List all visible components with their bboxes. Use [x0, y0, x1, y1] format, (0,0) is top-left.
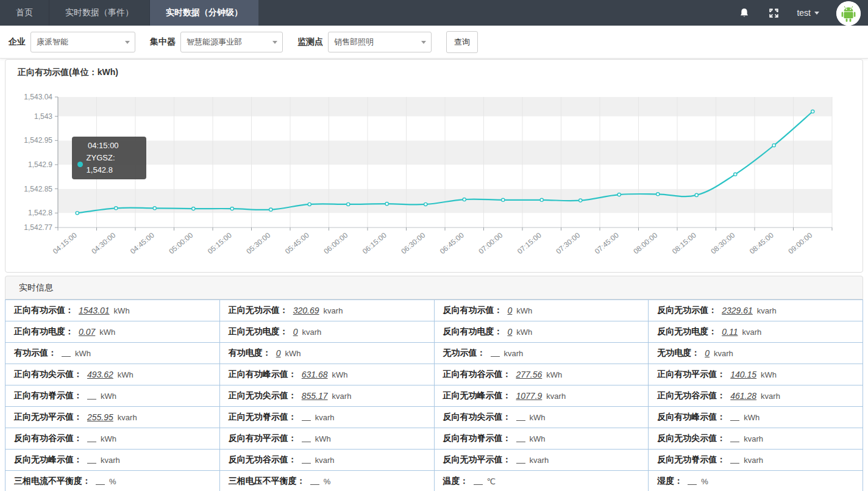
cell-unit: kWh [101, 434, 116, 443]
android-avatar[interactable] [836, 1, 861, 26]
cell-label: 反向有功电度： [443, 326, 503, 337]
cell-value: 631.68 [302, 370, 328, 379]
cell-value: 0.11 [722, 327, 738, 337]
cell-label: 正向有功谷示值： [443, 369, 511, 380]
x-tick-label: 06:45:00 [438, 231, 466, 256]
cell-label: 正向无功谷示值： [657, 390, 725, 401]
cell-unit: kvarh [504, 349, 524, 358]
cell-unit: kvarh [101, 456, 120, 465]
cell-unit: kWh [761, 370, 777, 379]
cell-value-empty [516, 414, 525, 421]
cell-label: 正向无功示值： [229, 305, 288, 316]
cell-value-empty [688, 478, 697, 485]
cell-unit: kvarh [332, 392, 352, 401]
realtime-cell: 反向有功脊示值：kWh [435, 428, 649, 449]
realtime-cell: 正向有功示值：1543.01kWh [5, 300, 220, 321]
realtime-cell: 正向有功尖示值：493.62kWh [5, 364, 220, 385]
cell-unit: kvarh [744, 434, 763, 443]
cell-label: 无功电度： [657, 348, 700, 359]
fullscreen-icon[interactable] [767, 7, 780, 19]
user-menu[interactable]: test [797, 8, 819, 18]
cell-value-empty [730, 414, 739, 421]
realtime-cell: 反向有功电度：0kWh [435, 321, 649, 342]
cell-value: 2329.61 [722, 306, 753, 315]
caret-down-icon [272, 41, 277, 44]
cell-unit: kWh [516, 306, 532, 315]
cell-value: 320.69 [293, 306, 319, 315]
y-tick-label: 1,542.85 [24, 185, 52, 193]
data-point [811, 110, 814, 113]
x-tick-label: 05:45:00 [283, 231, 311, 256]
data-point [502, 198, 505, 201]
cell-unit: kvarh [530, 456, 549, 465]
cell-value: 1543.01 [79, 306, 110, 315]
x-tick-label: 08:00:00 [631, 231, 659, 256]
cell-unit: kWh [118, 370, 133, 379]
cell-value: 0 [508, 306, 513, 315]
cell-label: 有功示值： [14, 348, 57, 359]
realtime-table-row: 正向有功脊示值：kWh正向无功尖示值：855.17kvarh正向无功峰示值：10… [5, 385, 863, 407]
cell-unit: kWh [114, 306, 130, 315]
bell-icon[interactable] [738, 7, 750, 19]
cell-value: 255.95 [87, 412, 113, 422]
cell-unit: kWh [516, 328, 532, 337]
realtime-cell: 反向无功谷示值：kvarh [220, 450, 435, 470]
data-point [115, 207, 118, 210]
realtime-cell: 反向无功平示值：kvarh [435, 450, 649, 470]
realtime-cell: 温度：℃ [435, 471, 649, 491]
cell-value-empty [302, 457, 311, 464]
realtime-cell: 正向无功平示值：255.95kvarh [5, 407, 220, 428]
cell-unit: % [109, 477, 116, 486]
cell-value-empty [87, 457, 96, 464]
realtime-cell: 有功电度：0kWh [220, 343, 435, 364]
enterprise-select[interactable]: 康派智能 [30, 32, 135, 52]
cell-label: 反向有功脊示值： [443, 433, 511, 444]
data-point [772, 144, 775, 147]
cell-label: 正向有功示值： [14, 305, 74, 316]
nav-tab-realtime-minute[interactable]: 实时数据（分钟级） [150, 0, 258, 26]
nav-tab-realtime-event[interactable]: 实时数据（事件） [49, 0, 150, 26]
data-point [230, 207, 233, 210]
cell-value: 1077.9 [516, 391, 542, 401]
cell-label: 正向有功电度： [14, 326, 74, 337]
x-tick-label: 07:15:00 [516, 231, 543, 256]
y-tick-label: 1,543 [34, 112, 52, 121]
cell-unit: kvarh [757, 306, 777, 315]
data-point [269, 208, 272, 211]
realtime-table-row: 正向有功电度：0.07kWh正向无功电度：0kvarh反向有功电度：0kWh反向… [5, 321, 863, 343]
realtime-cell: 反向无功电度：0.11kvarh [649, 321, 863, 342]
realtime-cell: 正向无功尖示值：855.17kvarh [220, 385, 435, 406]
y-tick-label: 1,542.95 [24, 136, 52, 145]
realtime-table-row: 正向有功尖示值：493.62kWh正向有功峰示值：631.68kWh正向有功谷示… [5, 364, 863, 385]
query-button[interactable]: 查询 [446, 31, 478, 53]
x-tick-label: 06:30:00 [399, 231, 427, 256]
x-tick-label: 05:30:00 [244, 231, 272, 256]
line-chart[interactable]: 1,542.771,542.81,542.851,542.91,542.951,… [5, 76, 863, 271]
cell-label: 有功电度： [229, 348, 271, 359]
concentrator-select[interactable]: 智慧能源事业部 [180, 32, 283, 52]
monitor-point-select-value: 销售部照明 [334, 37, 374, 48]
cell-label: 正向无功尖示值： [229, 390, 297, 401]
nav-tabs: 首页 实时数据（事件） 实时数据（分钟级） [0, 0, 738, 26]
realtime-table-row: 正向无功平示值：255.95kvarh正向无功脊示值：kvarh反向有功尖示值：… [5, 407, 863, 428]
realtime-panel-title: 实时信息 [5, 276, 863, 299]
monitor-point-select[interactable]: 销售部照明 [328, 32, 432, 52]
cell-label: 正向有功平示值： [657, 369, 725, 380]
cell-value: 0 [293, 327, 298, 337]
cell-unit: kWh [546, 370, 562, 379]
data-point [617, 193, 621, 196]
realtime-cell: 正向无功电度：0kvarh [220, 321, 435, 342]
caret-down-icon [814, 12, 819, 15]
cell-label: 反向无功尖示值： [657, 433, 725, 444]
data-point [153, 207, 156, 210]
cell-value-empty [87, 393, 96, 400]
cell-unit: kvarh [742, 328, 761, 337]
realtime-panel: 实时信息 正向有功示值：1543.01kWh正向无功示值：320.69kvarh… [5, 276, 863, 491]
app-root: 首页 实时数据（事件） 实时数据（分钟级） test [0, 0, 868, 491]
cell-value-empty [302, 414, 311, 421]
cell-label: 反向无功峰示值： [14, 454, 82, 465]
cell-label: 正向无功平示值： [14, 412, 82, 423]
realtime-cell: 反向无功示值：2329.61kvarh [649, 300, 863, 321]
cell-value-empty [730, 457, 739, 464]
nav-tab-home[interactable]: 首页 [0, 0, 49, 26]
